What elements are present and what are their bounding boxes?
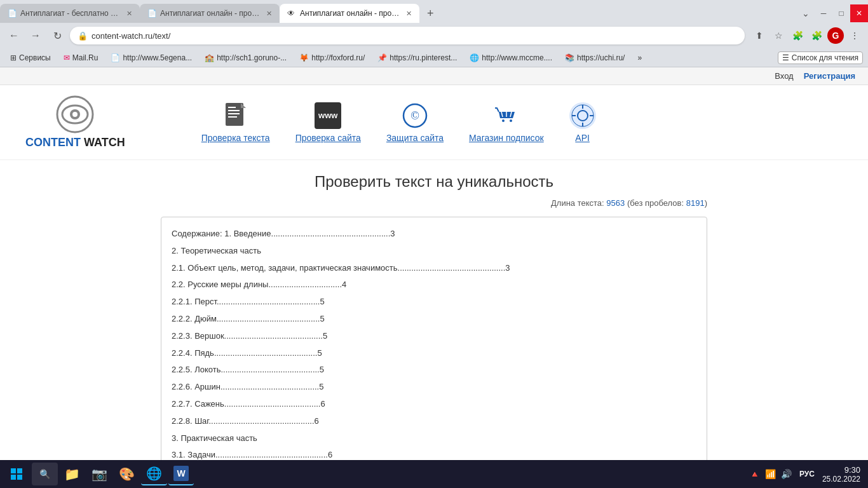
camera-icon: 📷 [92,466,107,482]
mccme-icon: 🌐 [470,53,479,62]
address-bar-row: ← → ↻ 🔒 content-watch.ru/text/ ⬆ ☆ 🧩 🧩 G… [0,23,868,48]
login-link[interactable]: Вход [775,71,793,81]
word-icon: W [173,466,189,481]
extensions-icon[interactable]: 🧩 [789,27,806,44]
mail-icon: ✉ [64,53,70,62]
foxford-icon: 🦊 [299,53,309,62]
pinterest-icon: 📌 [377,53,387,62]
windows-icon [10,468,23,480]
register-link[interactable]: Регистрация [804,71,855,81]
nav-check-text[interactable]: Проверка текста [201,102,270,143]
paint-icon: 🎨 [119,466,135,482]
nav-api[interactable]: API [569,102,596,143]
clock-date: 25.02.2022 [822,475,860,484]
tab-3-label: Антиплагиат онлайн - провери... [300,9,401,18]
tab-bar: 📄 Антиплагиат - бесплатно пров... ✕ 📄 Ан… [0,0,868,23]
nav-shop[interactable]: Магазин подписок [469,102,544,143]
reading-list-label: Список для чтения [792,53,858,62]
api-icon [569,102,596,129]
svg-rect-20 [11,468,16,473]
taskbar-file-explorer[interactable]: 📁 [59,463,85,485]
tab-2[interactable]: 📄 Антиплагиат онлайн - провери... ✕ [140,4,280,23]
text-nospace-value: 8191 [686,198,705,208]
svg-rect-21 [17,468,22,473]
toc-line-2: 2. Теоретическая часть [172,245,696,258]
tab-1-favicon: 📄 [8,9,17,18]
tab-2-close[interactable]: ✕ [266,10,272,18]
nav-api-label: API [575,133,590,143]
reading-list-button[interactable]: ☰ Список для чтения [778,51,863,64]
reload-button[interactable]: ↻ [48,27,66,44]
tab-1-close[interactable]: ✕ [126,10,132,18]
bookmark-5egena-label: http://www.5egena... [123,53,192,62]
goruno-icon: 🏫 [205,53,214,62]
address-text[interactable]: content-watch.ru/text/ [92,31,170,41]
text-content-box: Содержание: 1. Введение.................… [161,217,707,488]
tab-1[interactable]: 📄 Антиплагиат - бесплатно пров... ✕ [0,4,140,23]
tab-2-favicon: 📄 [147,9,156,18]
taskbar-chrome[interactable]: 🌐 [141,463,167,485]
tab-3-close[interactable]: ✕ [406,10,412,18]
clock[interactable]: 9:30 25.02.2022 [822,465,860,484]
more-bookmarks-label: » [637,53,642,62]
bookmark-pinterest[interactable]: 📌 https://ru.pinterest... [372,52,462,64]
search-icon: 🔍 [39,469,50,479]
forward-button[interactable]: → [27,27,44,44]
maximize-button[interactable]: □ [832,4,850,22]
start-button[interactable] [3,460,31,488]
bookmarks-bar: ⊞ Сервисы ✉ Mail.Ru 📄 http://www.5egena.… [0,48,868,67]
taskbar-search[interactable]: 🔍 [32,463,58,485]
language-indicator[interactable]: РУС [797,468,817,480]
bookmark-foxford[interactable]: 🦊 http://foxford.ru/ [294,52,370,64]
bookmark-uchi[interactable]: 📚 https://uchi.ru/ [560,52,630,64]
bookmark-5egena[interactable]: 📄 http://www.5egena... [105,52,197,64]
tab-chevron[interactable]: ⌄ [797,4,815,22]
tab-3[interactable]: 👁 Антиплагиат онлайн - провери... ✕ [280,4,419,23]
minimize-button[interactable]: ─ [815,4,832,22]
text-nospace-label: (без пробелов: [627,198,684,208]
shield-copyright-icon: © [402,102,428,129]
share-icon[interactable]: ⬆ [751,27,768,44]
puzzle-icon[interactable]: 🧩 [808,27,825,44]
svg-rect-6 [228,110,240,111]
new-tab-button[interactable]: + [423,7,438,20]
svg-rect-23 [17,475,22,480]
profile-icon[interactable]: G [827,27,844,44]
logo-eye-icon [56,95,94,133]
volume-icon[interactable]: 🔊 [781,469,792,479]
menu-icon[interactable]: ⋮ [846,27,863,44]
uchi-icon: 📚 [565,53,574,62]
bookmark-mccme[interactable]: 🌐 http://www.mccme.... [465,52,557,64]
text-length-label: Длина текста: [551,198,604,208]
back-button[interactable]: ← [5,27,23,44]
toc-line-4: 2.2. Русские меры длины.................… [172,278,696,292]
bookmark-mail[interactable]: ✉ Mail.Ru [58,52,104,64]
bookmark-goruno-label: http://sch1.goruno-... [217,53,287,62]
network-icon[interactable]: 📶 [765,469,776,479]
taskbar-paint[interactable]: 🎨 [114,463,140,485]
bookmark-mccme-label: http://www.mccme.... [482,53,552,62]
svg-rect-7 [228,113,240,114]
logo-watch: WATCH [81,136,125,149]
bookmark-more[interactable]: » [632,52,647,64]
toc-line-12: 2.2.8. Шаг..............................… [172,415,696,428]
bookmark-services[interactable]: ⊞ Сервисы [5,52,56,64]
bookmark-star-icon[interactable]: ☆ [770,27,787,44]
nav-check-site[interactable]: www Проверка сайта [295,102,361,143]
nav-check-site-label: Проверка сайта [295,133,361,143]
taskbar-right: 🔺 📶 🔊 РУС 9:30 25.02.2022 [749,465,865,484]
lock-icon: 🔒 [78,31,88,41]
up-arrow-icon[interactable]: 🔺 [749,469,760,479]
taskbar-word[interactable]: W [168,463,194,485]
close-button[interactable]: ✕ [850,4,868,22]
nav-protect-site[interactable]: © Защита сайта [386,102,444,143]
toc-line-7: 2.2.3. Вершок...........................… [172,330,696,343]
svg-point-3 [72,112,78,117]
taskbar-camera[interactable]: 📷 [86,463,112,485]
b5egena-icon: 📄 [111,53,120,62]
toc-line-10: 2.2.6. Аршин............................… [172,381,696,394]
page-title: Проверить текст на уникальность [161,173,707,191]
text-length-value: 9563 [606,198,625,208]
logo-area[interactable]: CONTENT WATCH [25,95,125,149]
bookmark-goruno[interactable]: 🏫 http://sch1.goruno-... [200,52,292,64]
